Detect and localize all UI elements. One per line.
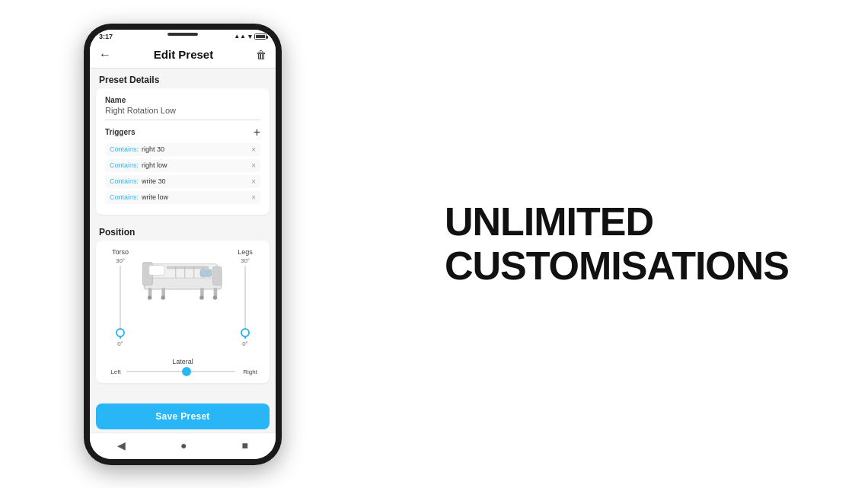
name-field-value[interactable]: Right Rotation Low [105, 106, 260, 120]
preset-details-label: Preset Details [90, 69, 276, 88]
phone-mockup-section: 3:17 ▲▲ ▾ ← Edit Preset 🗑 Preset Details [0, 0, 365, 488]
svg-point-8 [148, 295, 152, 300]
promo-line1: UNLIMITED [445, 200, 789, 244]
trigger-value: write 30 [142, 177, 248, 185]
legs-slider-track[interactable] [244, 266, 246, 339]
trigger-contains-label: Contains: [110, 161, 139, 169]
triggers-label: Triggers [105, 128, 135, 136]
delete-button[interactable]: 🗑 [256, 49, 266, 61]
nav-home-button[interactable]: ● [180, 439, 187, 451]
name-field-label: Name [105, 96, 260, 104]
bed-illustration [136, 248, 230, 301]
trigger-value: right low [142, 161, 248, 169]
app-content: Preset Details Name Right Rotation Low T… [90, 69, 276, 397]
svg-rect-7 [214, 288, 218, 296]
svg-rect-18 [200, 270, 212, 276]
app-header: ← Edit Preset 🗑 [90, 42, 276, 69]
legs-label: Legs [238, 248, 253, 256]
add-trigger-button[interactable]: + [254, 126, 260, 139]
promo-text: UNLIMITED CUSTOMISATIONS [445, 200, 789, 287]
position-controls: Torso 30° 0° [105, 248, 260, 355]
promo-section: UNLIMITED CUSTOMISATIONS [365, 170, 868, 317]
trigger-remove-button[interactable]: × [251, 177, 256, 186]
svg-point-9 [161, 295, 165, 300]
promo-line2: CUSTOMISATIONS [445, 244, 789, 288]
trigger-contains-label: Contains: [110, 145, 139, 153]
wifi-icon: ▾ [248, 33, 252, 40]
torso-max-label: 30° [116, 257, 125, 264]
svg-point-11 [213, 295, 218, 300]
trigger-remove-button[interactable]: × [251, 145, 256, 154]
save-button-wrapper: Save Preset [90, 397, 276, 432]
lateral-slider-thumb[interactable] [182, 367, 191, 376]
triggers-list: Contains: right 30 × Contains: right low… [105, 143, 260, 204]
lateral-slider-row: Left Right [105, 368, 260, 375]
svg-rect-5 [161, 288, 165, 296]
lateral-left-label: Left [108, 368, 123, 375]
bed-svg [137, 248, 228, 301]
trigger-contains-label: Contains: [110, 177, 139, 185]
trigger-row: Contains: right low × [105, 159, 260, 172]
nav-bar: ◀ ● ■ [90, 432, 276, 459]
status-icons: ▲▲ ▾ [234, 33, 266, 40]
save-preset-button[interactable]: Save Preset [96, 403, 270, 429]
trigger-remove-button[interactable]: × [251, 161, 256, 170]
lateral-slider-track[interactable] [126, 371, 235, 372]
status-time: 3:17 [99, 33, 113, 40]
svg-rect-4 [148, 288, 152, 296]
torso-min-label: 0° [117, 340, 123, 347]
trigger-row: Contains: write 30 × [105, 175, 260, 188]
torso-slider-track[interactable] [120, 266, 121, 339]
position-section-label: Position [90, 221, 276, 241]
signal-icon: ▲▲ [234, 33, 246, 40]
torso-label: Torso [112, 248, 129, 256]
svg-point-10 [199, 295, 204, 300]
trigger-row: Contains: right 30 × [105, 143, 260, 156]
svg-rect-3 [213, 266, 222, 285]
legs-min-label: 0° [242, 340, 248, 347]
preset-details-card: Name Right Rotation Low Triggers + Conta… [96, 88, 270, 215]
trigger-contains-label: Contains: [110, 193, 139, 201]
trigger-value: right 30 [142, 145, 248, 153]
trigger-row: Contains: write low × [105, 191, 260, 204]
svg-rect-13 [167, 266, 209, 269]
phone-screen: 3:17 ▲▲ ▾ ← Edit Preset 🗑 Preset Details [90, 30, 276, 459]
torso-slider-column: Torso 30° 0° [105, 248, 136, 347]
triggers-header: Triggers + [105, 126, 260, 139]
lateral-right-label: Right [238, 368, 257, 375]
nav-back-button[interactable]: ◀ [117, 439, 126, 451]
trigger-remove-button[interactable]: × [251, 193, 256, 202]
phone-speaker [168, 33, 198, 36]
trigger-value: write low [142, 193, 248, 201]
torso-slider-thumb[interactable] [116, 328, 125, 337]
back-button[interactable]: ← [99, 48, 111, 62]
legs-slider-column: Legs 30° 0° [230, 248, 260, 347]
legs-slider-thumb[interactable] [241, 328, 250, 337]
svg-rect-12 [149, 265, 164, 275]
legs-max-label: 30° [241, 257, 250, 264]
lateral-label: Lateral [105, 358, 260, 365]
position-card: Torso 30° 0° [96, 241, 270, 383]
status-bar: 3:17 ▲▲ ▾ [90, 30, 276, 42]
phone-outer-shell: 3:17 ▲▲ ▾ ← Edit Preset 🗑 Preset Details [84, 24, 282, 465]
lateral-section: Lateral Left Right [105, 358, 260, 375]
battery-icon [254, 33, 266, 40]
svg-rect-6 [200, 288, 204, 296]
nav-recents-button[interactable]: ■ [242, 439, 248, 451]
page-title: Edit Preset [154, 48, 213, 61]
